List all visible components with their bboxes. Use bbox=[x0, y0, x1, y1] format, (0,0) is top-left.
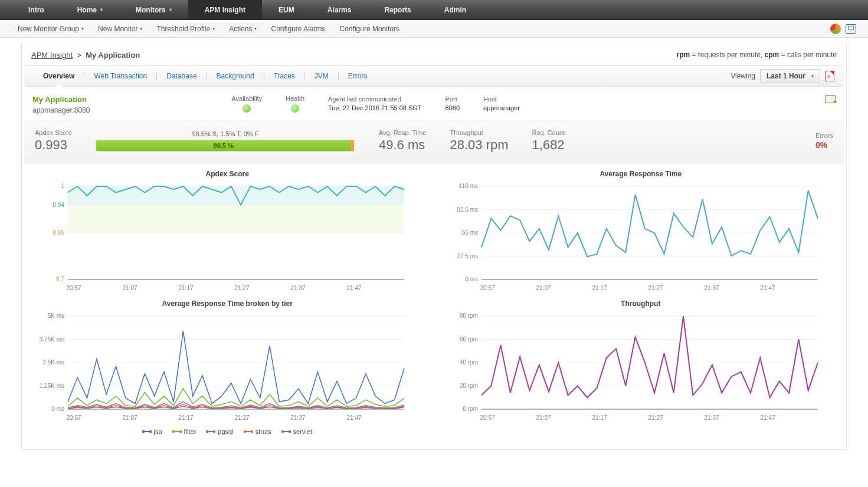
svg-text:21:37: 21:37 bbox=[290, 285, 305, 291]
availability-status-icon bbox=[243, 104, 251, 113]
topnav-admin[interactable]: Admin bbox=[428, 0, 483, 19]
apdex-breakdown: 98.5% S, 1.5% T, 0% F bbox=[96, 130, 355, 137]
svg-text:21:47: 21:47 bbox=[346, 285, 361, 291]
chevron-down-icon: ▼ bbox=[810, 74, 815, 79]
tab-traces[interactable]: Traces bbox=[264, 66, 304, 86]
chart-svg: 0.70.850.94120:5721:0721:1721:2721:3721:… bbox=[32, 182, 410, 294]
sub-nav: New Monitor Group▾New Monitor▾Threshold … bbox=[0, 20, 868, 38]
breadcrumb: APM Insight > My Application bbox=[31, 51, 140, 60]
throughput-label: Throughput bbox=[450, 129, 508, 136]
chart-throughput: Throughput0 rpm20 rpm40 rpm60 rpm80 rpm2… bbox=[446, 300, 836, 435]
tab-bar: OverviewWeb TransactionDatabaseBackgroun… bbox=[24, 65, 844, 87]
svg-text:21:17: 21:17 bbox=[178, 414, 193, 421]
subnav-configure-monitors[interactable]: Configure Monitors bbox=[334, 25, 405, 33]
legend-swatch bbox=[282, 431, 290, 432]
legend-item[interactable]: pgsql bbox=[207, 428, 233, 435]
breadcrumb-parent[interactable]: APM Insight bbox=[31, 51, 73, 60]
svg-text:0.85: 0.85 bbox=[53, 229, 65, 236]
tab-web-transaction[interactable]: Web Transaction bbox=[84, 66, 156, 86]
legend-swatch bbox=[207, 431, 215, 432]
app-name: My Application bbox=[32, 95, 90, 104]
legend-swatch bbox=[244, 431, 253, 432]
topnav-eum[interactable]: EUM bbox=[262, 0, 311, 19]
add-monitor-icon[interactable] bbox=[825, 95, 836, 103]
tab-overview[interactable]: Overview bbox=[34, 66, 84, 86]
chevron-down-icon: ▾ bbox=[140, 26, 142, 31]
svg-text:3.75K ms: 3.75K ms bbox=[40, 336, 64, 343]
health-label: Health bbox=[286, 95, 304, 102]
chart-svg: 0 ms1.25K ms2.5K ms3.75K ms5K ms20:5721:… bbox=[32, 311, 410, 423]
svg-text:40 rpm: 40 rpm bbox=[459, 359, 477, 366]
svg-text:0 ms: 0 ms bbox=[465, 276, 478, 282]
topnav-reports[interactable]: Reports bbox=[368, 0, 427, 19]
chart-avgresp: Average Response Time0 ms27.5 ms55 ms82.… bbox=[446, 170, 836, 294]
print-icon[interactable] bbox=[846, 24, 856, 34]
svg-rect-1 bbox=[68, 205, 404, 233]
subnav-actions[interactable]: Actions▾ bbox=[223, 25, 263, 33]
timerange-select[interactable]: Last 1 Hour▼ bbox=[760, 69, 820, 83]
chart-title: Apdex Score bbox=[32, 170, 422, 178]
svg-text:0.7: 0.7 bbox=[56, 276, 64, 282]
chart-legend: jspfilterpgsqlstrutsservlet bbox=[32, 428, 422, 435]
svg-text:20:57: 20:57 bbox=[480, 285, 494, 291]
chart-title: Average Response Time broken by tier bbox=[32, 300, 422, 308]
topnav-alarms[interactable]: Alarms bbox=[311, 0, 368, 19]
agent-time: Tue, 27 Dec 2016 21:55:08 SGT bbox=[328, 104, 422, 113]
errors-value: 0% bbox=[815, 140, 833, 150]
metrics-bar: Apdex Score 0.993 98.5% S, 1.5% T, 0% F … bbox=[24, 120, 844, 164]
svg-text:27.5 ms: 27.5 ms bbox=[457, 253, 478, 259]
chevron-down-icon: ▾ bbox=[100, 7, 103, 12]
legend-label: struts bbox=[256, 428, 271, 435]
tab-jvm[interactable]: JVM bbox=[305, 66, 338, 86]
legend-item[interactable]: struts bbox=[244, 428, 271, 435]
availability-label: Availability bbox=[231, 95, 262, 102]
tab-errors[interactable]: Errors bbox=[339, 66, 377, 86]
chart-icon[interactable] bbox=[830, 24, 841, 34]
svg-text:20:57: 20:57 bbox=[66, 285, 81, 291]
svg-text:21:07: 21:07 bbox=[536, 285, 551, 291]
health-status-icon bbox=[291, 104, 299, 113]
avg-resp-label: Avg. Resp. Time bbox=[379, 129, 427, 136]
chevron-down-icon: ▾ bbox=[169, 7, 172, 12]
legend-item[interactable]: filter bbox=[173, 428, 196, 435]
svg-text:1.25K ms: 1.25K ms bbox=[40, 383, 64, 389]
svg-text:5K ms: 5K ms bbox=[48, 312, 64, 319]
svg-text:60 rpm: 60 rpm bbox=[459, 336, 477, 343]
chart-tier: Average Response Time broken by tier0 ms… bbox=[32, 300, 422, 435]
topnav-intro[interactable]: Intro bbox=[12, 0, 61, 19]
pdf-export-icon[interactable] bbox=[825, 71, 834, 81]
topnav-apm-insight[interactable]: APM Insight bbox=[188, 0, 262, 19]
topnav-monitors[interactable]: Monitors▾ bbox=[119, 0, 188, 19]
topnav-home[interactable]: Home▾ bbox=[61, 0, 119, 19]
host-value: appmanager bbox=[483, 104, 520, 113]
apdex-value: 0.993 bbox=[35, 137, 72, 153]
viewing-label: Viewing bbox=[731, 72, 755, 80]
legend-label: jsp bbox=[154, 428, 162, 435]
chevron-down-icon: ▾ bbox=[81, 26, 84, 31]
port-value: 8080 bbox=[446, 104, 460, 113]
apdex-progress-bar: 98.5 % bbox=[96, 140, 355, 152]
svg-text:82.5 ms: 82.5 ms bbox=[457, 206, 478, 213]
host-label: Host bbox=[483, 95, 520, 104]
apdex-progress-fill: 98.5 % bbox=[96, 140, 351, 151]
svg-text:21:17: 21:17 bbox=[592, 414, 607, 421]
chart-svg: 0 ms27.5 ms55 ms82.5 ms110 ms20:5721:072… bbox=[446, 182, 824, 294]
subnav-threshold-profile[interactable]: Threshold Profile▾ bbox=[150, 25, 221, 33]
chart-svg: 0 rpm20 rpm40 rpm60 rpm80 rpm20:5721:072… bbox=[446, 311, 824, 423]
svg-text:21:07: 21:07 bbox=[122, 414, 137, 421]
legend-item[interactable]: servlet bbox=[282, 428, 312, 435]
svg-text:21:27: 21:27 bbox=[648, 285, 663, 291]
subnav-new-monitor-group[interactable]: New Monitor Group▾ bbox=[12, 25, 90, 33]
legend-label: pgsql bbox=[218, 428, 233, 435]
subnav-new-monitor[interactable]: New Monitor▾ bbox=[92, 25, 148, 33]
svg-text:21:17: 21:17 bbox=[178, 285, 193, 291]
svg-text:110 ms: 110 ms bbox=[458, 183, 478, 189]
subnav-configure-alarms[interactable]: Configure Alarms bbox=[265, 25, 331, 33]
svg-text:21:47: 21:47 bbox=[346, 414, 361, 421]
units-legend: rpm = requests per minute, cpm = calls p… bbox=[676, 51, 837, 60]
chevron-down-icon: ▾ bbox=[212, 26, 215, 31]
tab-background[interactable]: Background bbox=[207, 66, 264, 86]
legend-label: filter bbox=[184, 428, 196, 435]
tab-database[interactable]: Database bbox=[157, 66, 206, 86]
legend-item[interactable]: jsp bbox=[143, 428, 162, 435]
